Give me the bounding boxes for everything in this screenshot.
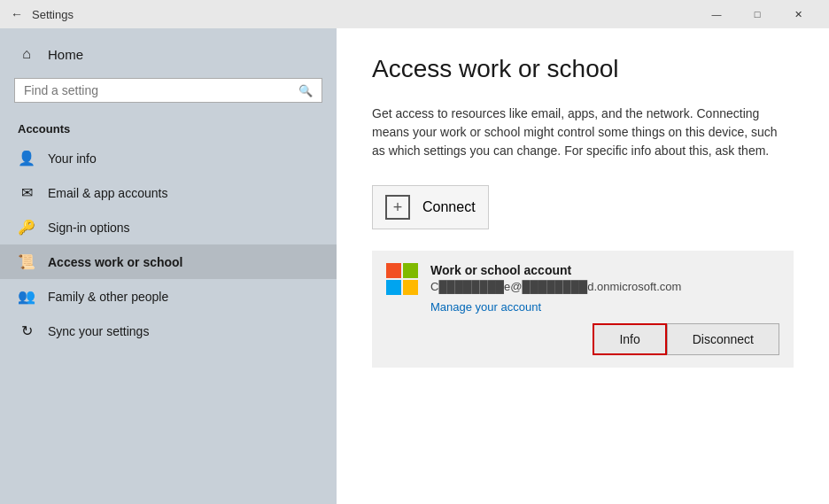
account-name: Work or school account — [430, 263, 779, 277]
account-card: Work or school account C████████e@██████… — [372, 251, 794, 368]
sidebar-item-email-accounts[interactable]: ✉ Email & app accounts — [0, 175, 337, 210]
manage-account-link[interactable]: Manage your account — [430, 300, 541, 314]
app-body: ⌂ Home 🔍 Accounts 👤 Your info ✉ Email & … — [0, 28, 829, 504]
info-button[interactable]: Info — [593, 323, 666, 355]
ms-square-red — [386, 263, 401, 278]
account-email: C████████e@████████d.onmicrosoft.com — [430, 280, 779, 293]
sync-icon: ↻ — [18, 322, 35, 339]
page-title: Access work or school — [372, 55, 794, 83]
ms-square-yellow — [403, 280, 418, 295]
close-button[interactable]: ✕ — [778, 0, 818, 28]
key-icon: 🔑 — [18, 219, 35, 236]
sidebar-item-signin-options[interactable]: 🔑 Sign-in options — [0, 210, 337, 244]
sidebar-item-label: Family & other people — [48, 290, 168, 304]
sidebar-section-accounts: Accounts — [0, 115, 337, 141]
main-panel: Access work or school Get access to reso… — [337, 28, 829, 504]
sidebar-item-your-info[interactable]: 👤 Your info — [0, 141, 337, 175]
family-icon: 👥 — [18, 288, 35, 305]
sidebar-item-access-work-school[interactable]: 📜 Access work or school — [0, 244, 337, 279]
ms-square-green — [403, 263, 418, 278]
window-controls: — □ ✕ — [696, 0, 818, 28]
connect-label: Connect — [422, 199, 476, 215]
connect-button[interactable]: + Connect — [372, 185, 489, 229]
sidebar: ⌂ Home 🔍 Accounts 👤 Your info ✉ Email & … — [0, 28, 337, 504]
titlebar: ← Settings — □ ✕ — [0, 0, 829, 28]
sidebar-item-label: Email & app accounts — [48, 186, 167, 200]
briefcase-icon: 📜 — [18, 253, 35, 270]
account-card-top: Work or school account C████████e@██████… — [386, 263, 779, 314]
email-icon: ✉ — [18, 184, 35, 201]
sidebar-item-label: Sync your settings — [48, 324, 149, 338]
back-button[interactable]: ← — [11, 7, 23, 21]
search-box[interactable]: 🔍 — [14, 78, 322, 103]
titlebar-title: Settings — [32, 8, 696, 21]
account-actions: Info Disconnect — [386, 323, 779, 355]
sidebar-item-sync-settings[interactable]: ↻ Sync your settings — [0, 314, 337, 348]
account-info: Work or school account C████████e@██████… — [430, 263, 779, 314]
plus-icon: + — [385, 195, 410, 220]
sidebar-item-label: Your info — [48, 151, 97, 166]
description-text: Get access to resources like email, apps… — [372, 105, 794, 160]
ms-square-blue — [386, 280, 401, 295]
maximize-button[interactable]: □ — [737, 0, 778, 28]
minimize-button[interactable]: — — [696, 0, 737, 28]
sidebar-item-family-other-people[interactable]: 👥 Family & other people — [0, 279, 337, 314]
search-icon: 🔍 — [298, 84, 313, 97]
your-info-icon: 👤 — [18, 150, 35, 167]
disconnect-button[interactable]: Disconnect — [667, 323, 779, 355]
home-icon: ⌂ — [18, 46, 35, 62]
sidebar-home-label: Home — [48, 47, 83, 62]
sidebar-item-home[interactable]: ⌂ Home — [0, 37, 337, 71]
sidebar-item-label: Access work or school — [48, 255, 183, 269]
sidebar-item-label: Sign-in options — [48, 221, 130, 235]
microsoft-logo — [386, 263, 418, 295]
search-input[interactable] — [24, 83, 291, 97]
